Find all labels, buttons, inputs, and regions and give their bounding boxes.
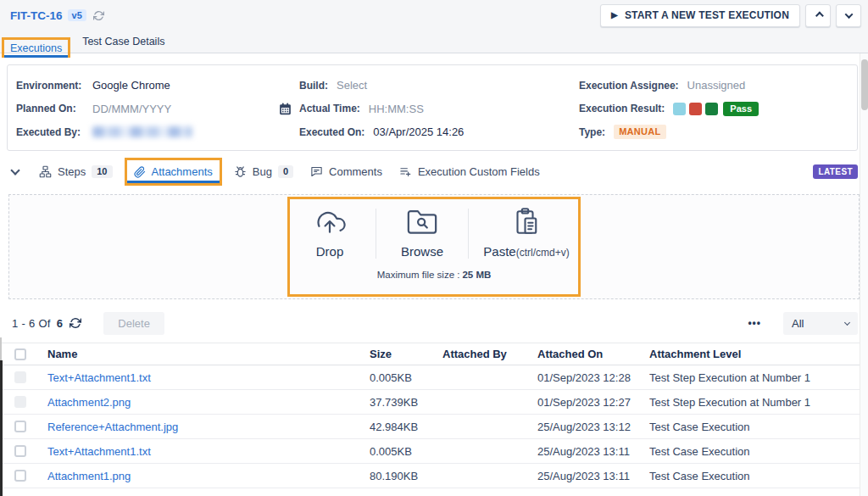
divider bbox=[468, 209, 469, 259]
table-row: Attachment1.png 80.190KB 25/Aug/2023 13:… bbox=[0, 464, 868, 488]
column-header-attached-on[interactable]: Attached On bbox=[531, 348, 643, 360]
annotation-box-attachments: Attachments bbox=[125, 158, 222, 186]
attachments-label: Attachments bbox=[152, 165, 213, 178]
browse-option[interactable]: Browse bbox=[380, 207, 465, 260]
build-select[interactable]: Select bbox=[337, 79, 367, 92]
latest-badge: LATEST bbox=[813, 164, 858, 179]
left-edge-line bbox=[0, 337, 2, 360]
tab-executions[interactable]: Executions bbox=[4, 40, 68, 58]
select-all-cell bbox=[0, 348, 41, 360]
planned-on-field: Planned On: DD/MMM/YYYY bbox=[16, 98, 299, 120]
max-size-label: Maximum file size : bbox=[377, 270, 460, 280]
bug-label: Bug bbox=[253, 165, 272, 178]
environment-field: Environment: Google Chrome bbox=[16, 74, 299, 97]
assignee-label: Execution Assignee: bbox=[579, 80, 679, 92]
more-options-icon[interactable]: ••• bbox=[748, 317, 761, 329]
column-header-attachment-level[interactable]: Attachment Level bbox=[643, 348, 868, 360]
executed-by-field: Executed By: bbox=[16, 120, 299, 143]
steps-count-badge: 10 bbox=[92, 165, 112, 178]
attachment-name-link[interactable]: Text+Attachment1.txt bbox=[41, 445, 363, 458]
total-count: 6 bbox=[57, 317, 64, 330]
test-case-key-link[interactable]: FIT-TC-16 bbox=[10, 9, 63, 22]
attachment-size: 37.739KB bbox=[363, 396, 436, 409]
chevron-down-icon bbox=[844, 319, 850, 325]
comment-icon bbox=[310, 165, 323, 178]
table-row: Text+Attachment1.txt 0.005KB 01/Sep/2023… bbox=[0, 365, 868, 390]
assignee-value[interactable]: Unassigned bbox=[687, 79, 746, 92]
attachment-name-link[interactable]: Attachment2.png bbox=[41, 396, 363, 409]
select-all-checkbox[interactable] bbox=[14, 348, 26, 360]
attachment-name-link[interactable]: Reference+Attachment.jpg bbox=[41, 421, 363, 433]
version-badge: v5 bbox=[68, 9, 86, 21]
executed-by-redacted-value bbox=[92, 126, 192, 137]
paste-option[interactable]: Paste(ctrl/cmd+v) bbox=[472, 207, 581, 260]
type-field: Type: MANUAL bbox=[579, 120, 850, 143]
type-manual-badge: MANUAL bbox=[614, 125, 665, 139]
section-tab-bar: Steps 10 Attachments Bug 0 Comments bbox=[0, 156, 868, 187]
refresh-icon[interactable] bbox=[93, 10, 104, 21]
section-collapse-icon[interactable] bbox=[10, 165, 19, 175]
attached-on: 01/Sep/2023 12:27 bbox=[531, 396, 643, 409]
executed-on-label: Executed On: bbox=[299, 126, 364, 138]
annotation-box-upload-options: Drop Browse bbox=[287, 197, 581, 297]
actual-time-input[interactable]: HH:MM:SS bbox=[369, 103, 424, 115]
collapse-up-button[interactable] bbox=[805, 4, 831, 27]
max-size-value: 25 MB bbox=[462, 270, 491, 280]
executed-by-label: Executed By: bbox=[16, 126, 86, 138]
tab-execution-custom-fields[interactable]: Execution Custom Fields bbox=[391, 160, 548, 183]
table-row: Attachment2.png 37.739KB 01/Sep/2023 12:… bbox=[0, 390, 868, 415]
main-tab-bar: Executions Test Case Details bbox=[0, 31, 868, 53]
refresh-list-icon[interactable] bbox=[70, 317, 81, 329]
actual-time-label: Actual Time: bbox=[299, 103, 360, 114]
vertical-scrollbar[interactable] bbox=[860, 53, 868, 496]
calendar-icon[interactable] bbox=[278, 102, 292, 116]
steps-label: Steps bbox=[58, 165, 86, 178]
attachments-table: Name Size Attached By Attached On Attach… bbox=[0, 343, 868, 488]
chevron-up-icon bbox=[815, 11, 823, 20]
type-label: Type: bbox=[579, 126, 605, 138]
tab-bug[interactable]: Bug 0 bbox=[225, 160, 302, 183]
pass-status-badge[interactable]: Pass bbox=[723, 102, 759, 116]
attachment-dropzone[interactable]: Drop Browse bbox=[8, 194, 860, 299]
row-checkbox[interactable] bbox=[14, 421, 26, 432]
divider bbox=[376, 209, 376, 259]
comments-label: Comments bbox=[329, 165, 382, 178]
custom-fields-icon bbox=[399, 165, 412, 178]
range-text: 1 - 6 Of bbox=[12, 317, 51, 330]
execution-details-panel: Environment: Google Chrome Planned On: D… bbox=[7, 64, 858, 151]
row-checkbox[interactable] bbox=[14, 445, 26, 457]
max-file-size-note: Maximum file size :25 MB bbox=[377, 270, 492, 280]
attachment-size: 42.984KB bbox=[363, 421, 436, 433]
planned-on-input[interactable]: DD/MMM/YYYY bbox=[92, 103, 171, 115]
drop-option[interactable]: Drop bbox=[287, 207, 372, 260]
upload-options: Drop Browse bbox=[287, 207, 581, 260]
tab-steps[interactable]: Steps 10 bbox=[31, 160, 121, 183]
start-new-test-execution-button[interactable]: ▶ START A NEW TEST EXECUTION bbox=[600, 4, 800, 27]
column-header-name[interactable]: Name bbox=[41, 348, 363, 360]
tab-test-case-details[interactable]: Test Case Details bbox=[72, 32, 175, 53]
column-header-attached-by[interactable]: Attached By bbox=[436, 348, 531, 360]
delete-button[interactable]: Delete bbox=[103, 312, 164, 335]
expand-down-button[interactable] bbox=[836, 4, 861, 27]
attachment-name-link[interactable]: Text+Attachment1.txt bbox=[41, 371, 363, 384]
actual-time-field: Actual Time: HH:MM:SS bbox=[299, 98, 579, 120]
environment-value[interactable]: Google Chrome bbox=[92, 79, 170, 92]
attachment-filter-select[interactable]: All bbox=[783, 312, 858, 335]
row-checkbox[interactable] bbox=[14, 470, 26, 482]
result-color-red[interactable] bbox=[689, 103, 702, 115]
details-column-1: Environment: Google Chrome Planned On: D… bbox=[16, 74, 299, 143]
assignee-field: Execution Assignee: Unassigned bbox=[579, 74, 850, 97]
column-header-size[interactable]: Size bbox=[363, 348, 436, 360]
browse-label: Browse bbox=[401, 244, 443, 259]
executed-on-value[interactable]: 03/Apr/2025 14:26 bbox=[373, 125, 464, 138]
tab-attachments[interactable]: Attachments bbox=[127, 160, 220, 183]
attachment-size: 80.190KB bbox=[363, 470, 436, 482]
attachment-name-link[interactable]: Attachment1.png bbox=[41, 470, 363, 482]
pagination-count: 1 - 6 Of 6 bbox=[12, 317, 81, 330]
tab-comments[interactable]: Comments bbox=[302, 160, 391, 183]
annotation-box-executions: Executions bbox=[2, 37, 70, 58]
custom-fields-label: Execution Custom Fields bbox=[418, 165, 540, 178]
result-color-green[interactable] bbox=[705, 103, 718, 115]
scrollbar-thumb[interactable] bbox=[861, 59, 868, 110]
result-color-blue[interactable] bbox=[673, 103, 686, 115]
